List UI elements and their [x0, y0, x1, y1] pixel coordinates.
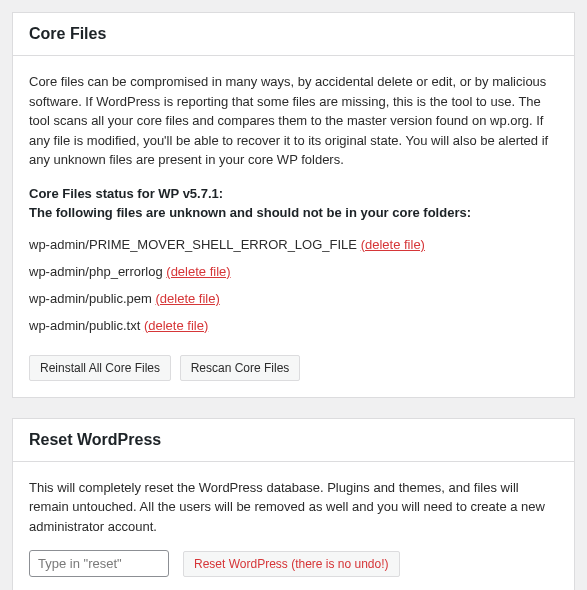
- core-files-panel: Core Files Core files can be compromised…: [12, 12, 575, 398]
- reset-wordpress-title: Reset WordPress: [29, 431, 558, 449]
- core-files-status-version: Core Files status for WP v5.7.1:: [29, 186, 223, 201]
- reset-wordpress-button[interactable]: Reset WordPress (there is no undo!): [183, 551, 400, 577]
- core-files-description: Core files can be compromised in many wa…: [29, 72, 558, 170]
- file-path: wp-admin/public.pem: [29, 291, 152, 306]
- reset-wordpress-panel: Reset WordPress This will completely res…: [12, 418, 575, 591]
- delete-file-link[interactable]: (delete file): [155, 291, 219, 306]
- core-files-header: Core Files: [13, 13, 574, 56]
- file-path: wp-admin/public.txt: [29, 318, 140, 333]
- list-item: wp-admin/php_errorlog (delete file): [29, 258, 558, 285]
- reset-wordpress-header: Reset WordPress: [13, 419, 574, 462]
- list-item: wp-admin/public.txt (delete file): [29, 312, 558, 339]
- list-item: wp-admin/public.pem (delete file): [29, 285, 558, 312]
- core-files-status: Core Files status for WP v5.7.1: The fol…: [29, 184, 558, 223]
- delete-file-link[interactable]: (delete file): [144, 318, 208, 333]
- reset-wordpress-body: This will completely reset the WordPress…: [13, 462, 574, 591]
- core-files-title: Core Files: [29, 25, 558, 43]
- reset-confirm-input[interactable]: [29, 550, 169, 577]
- list-item: wp-admin/PRIME_MOVER_SHELL_ERROR_LOG_FIL…: [29, 231, 558, 258]
- unknown-files-list: wp-admin/PRIME_MOVER_SHELL_ERROR_LOG_FIL…: [29, 231, 558, 339]
- reinstall-core-files-button[interactable]: Reinstall All Core Files: [29, 355, 171, 381]
- delete-file-link[interactable]: (delete file): [361, 237, 425, 252]
- reset-wordpress-description: This will completely reset the WordPress…: [29, 478, 558, 537]
- file-path: wp-admin/php_errorlog: [29, 264, 163, 279]
- core-files-body: Core files can be compromised in many wa…: [13, 56, 574, 397]
- file-path: wp-admin/PRIME_MOVER_SHELL_ERROR_LOG_FIL…: [29, 237, 357, 252]
- rescan-core-files-button[interactable]: Rescan Core Files: [180, 355, 301, 381]
- core-files-unknown-label: The following files are unknown and shou…: [29, 205, 471, 220]
- delete-file-link[interactable]: (delete file): [166, 264, 230, 279]
- reset-controls-row: Reset WordPress (there is no undo!): [29, 550, 558, 577]
